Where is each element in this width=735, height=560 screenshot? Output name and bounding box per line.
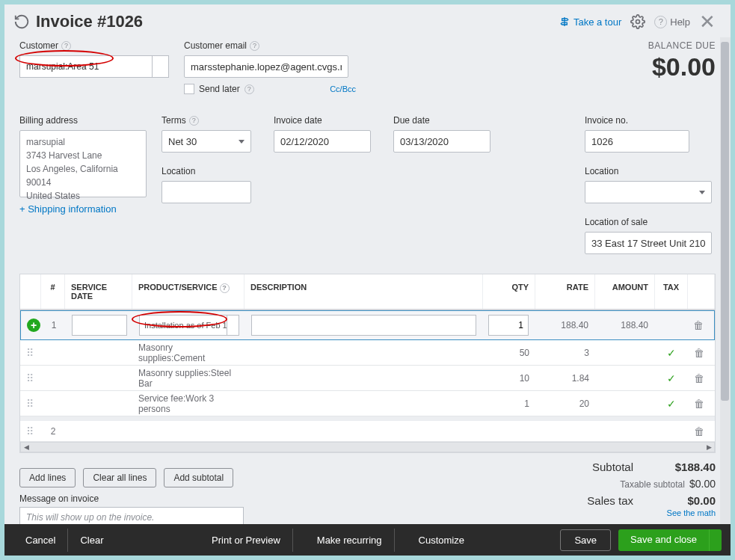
invoice-date-block: Invoice date [274, 115, 378, 254]
page-title: Invoice #1026 [36, 12, 143, 31]
signpost-icon [559, 16, 571, 28]
send-later-label: Send later [199, 84, 240, 94]
message-textarea[interactable]: This will show up on the invoice. [19, 507, 244, 524]
title-bar: Invoice #1026 Take a tour ? Help ✕ [4, 4, 731, 37]
save-button[interactable]: Save [560, 529, 611, 551]
see-math-link[interactable]: See the math [667, 508, 716, 517]
add-lines-button[interactable]: Add lines [19, 468, 76, 487]
help-icon[interactable]: ? [250, 41, 259, 51]
service-date-input[interactable] [72, 315, 127, 336]
help-link[interactable]: ? Help [654, 16, 690, 28]
customize-button[interactable]: Customize [407, 529, 476, 552]
drag-icon[interactable]: ⠿ [26, 347, 32, 359]
check-icon: ✓ [667, 372, 676, 384]
trash-icon[interactable]: 🗑 [694, 398, 704, 410]
drag-icon[interactable]: ⠿ [26, 398, 32, 410]
form-content: Customer ? marsupial:Area 51 Customer em… [4, 37, 731, 524]
help-icon[interactable]: ? [245, 84, 254, 94]
location2-label: Location [585, 166, 716, 176]
table-row[interactable]: ⠿ Masonry supplies:Steel Bar 10 1.84 ✓ 🗑 [20, 366, 715, 391]
clear-button[interactable]: Clear [68, 529, 115, 552]
location-sale-label: Location of sale [585, 217, 716, 227]
due-date-label: Due date [393, 115, 498, 126]
description-input[interactable] [251, 315, 476, 336]
table-row[interactable]: + 1 Installation as of Feb 12 188.40 188… [20, 310, 715, 340]
subtotal-value: $188.40 [656, 461, 716, 473]
chevron-down-icon[interactable] [227, 315, 239, 336]
trash-icon[interactable]: 🗑 [693, 319, 704, 331]
grid-header: # SERVICE DATE PRODUCT/SERVICE ? DESCRIP… [20, 274, 715, 310]
taxable-value: $0.00 [689, 478, 716, 490]
take-tour-label: Take a tour [573, 16, 621, 28]
trash-icon[interactable]: 🗑 [694, 425, 704, 437]
save-and-close-button[interactable]: Save and close [618, 529, 709, 551]
invoice-no-block: Invoice no. Location Location of sale [585, 115, 716, 254]
customer-select[interactable]: marsupial:Area 51 [19, 55, 169, 78]
cancel-button[interactable]: Cancel [13, 529, 68, 552]
history-icon[interactable] [13, 13, 30, 30]
customer-field-block: Customer ? marsupial:Area 51 [19, 40, 169, 94]
bottom-action-bar: Cancel Clear Print or Preview Make recur… [4, 524, 731, 556]
billing-address-textarea[interactable]: marsupial 3743 Harvest Lane Los Angeles,… [19, 130, 147, 197]
terms-block: Terms ? Net 30 Location [162, 115, 259, 254]
invoice-date-input[interactable] [274, 130, 371, 153]
help-icon: ? [654, 16, 667, 28]
vertical-scrollbar[interactable] [720, 37, 731, 524]
close-icon[interactable]: ✕ [699, 12, 716, 31]
take-tour-link[interactable]: Take a tour [559, 16, 621, 28]
message-label: Message on invoice [19, 493, 244, 504]
trash-icon[interactable]: 🗑 [694, 372, 704, 384]
add-icon[interactable]: + [27, 319, 40, 332]
make-recurring-button[interactable]: Make recurring [305, 529, 395, 552]
location2-select[interactable] [585, 181, 712, 203]
trash-icon[interactable]: 🗑 [694, 347, 704, 359]
customer-email-label: Customer email ? [184, 40, 356, 51]
add-subtotal-button[interactable]: Add subtotal [164, 468, 233, 487]
billing-label: Billing address [19, 115, 147, 126]
customer-label: Customer ? [19, 40, 169, 51]
chevron-down-icon [699, 191, 705, 194]
table-row[interactable]: ⠿ Service fee:Work 3 persons 1 20 ✓ 🗑 [20, 391, 715, 416]
table-row[interactable]: ⠿ 2 🗑 [20, 416, 715, 442]
location-sale-input[interactable] [585, 232, 712, 254]
help-icon[interactable]: ? [189, 116, 199, 126]
due-date-input[interactable] [393, 130, 490, 153]
shipping-info-link[interactable]: + Shipping information [19, 203, 147, 215]
scrollbar-thumb[interactable] [721, 42, 729, 401]
clear-all-lines-button[interactable]: Clear all lines [83, 468, 156, 487]
save-dropdown-button[interactable] [709, 529, 722, 551]
product-select[interactable]: Installation as of Feb 12 [139, 315, 239, 336]
location-label: Location [162, 166, 259, 176]
customer-value: marsupial:Area 51 [26, 61, 99, 72]
chevron-down-icon[interactable] [153, 55, 169, 78]
help-icon[interactable]: ? [61, 41, 71, 51]
drag-icon[interactable]: ⠿ [26, 425, 32, 437]
balance-due-amount: $0.00 [648, 52, 716, 81]
customer-email-block: Customer email ? Send later ? Cc/Bcc [184, 40, 356, 94]
invoice-date-label: Invoice date [274, 115, 378, 126]
location-input[interactable] [162, 181, 251, 203]
due-date-block: Due date [393, 115, 498, 254]
gear-icon[interactable] [630, 14, 645, 29]
salestax-label: Sales tax [587, 494, 633, 507]
svg-point-0 [636, 20, 640, 24]
check-icon: ✓ [667, 398, 676, 410]
subtotal-label: Subtotal [592, 461, 633, 473]
customer-email-input[interactable] [184, 55, 348, 78]
send-later-checkbox[interactable] [184, 84, 194, 94]
invoice-no-input[interactable] [585, 130, 689, 153]
balance-due-block: BALANCE DUE $0.00 [648, 40, 716, 94]
chevron-down-icon [239, 140, 245, 144]
line-items-grid: # SERVICE DATE PRODUCT/SERVICE ? DESCRIP… [19, 274, 716, 453]
table-row[interactable]: ⠿ Masonry supplies:Cement 50 3 ✓ 🗑 [20, 340, 715, 366]
drag-icon[interactable]: ⠿ [26, 372, 32, 384]
terms-select[interactable]: Net 30 [162, 130, 251, 153]
help-icon[interactable]: ? [220, 283, 230, 293]
ccbcc-link[interactable]: Cc/Bcc [330, 84, 356, 93]
check-icon: ✓ [667, 347, 676, 359]
salestax-value: $0.00 [656, 494, 716, 507]
print-preview-button[interactable]: Print or Preview [200, 529, 293, 552]
horizontal-scrollbar[interactable]: ◀ ▶ [20, 442, 715, 452]
qty-input[interactable] [488, 315, 529, 336]
balance-due-label: BALANCE DUE [648, 40, 716, 51]
